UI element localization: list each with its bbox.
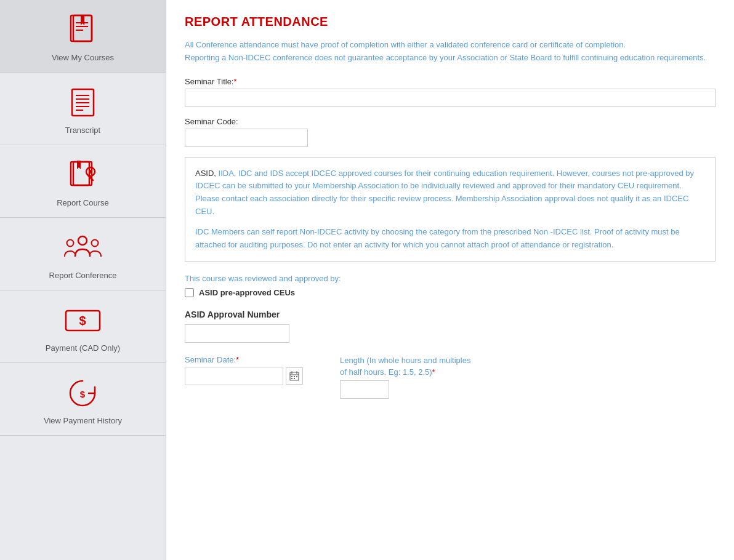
sidebar-item-view-payment-history[interactable]: $ View Payment History	[0, 363, 166, 436]
info-line2: Reporting a Non-IDCEC conference does no…	[185, 53, 706, 62]
seminar-title-label: Seminar Title:*	[185, 77, 716, 86]
conference-icon	[62, 229, 105, 266]
sidebar-item-payment-label: Payment (CAD Only)	[46, 343, 120, 353]
payment-history-icon: $	[62, 374, 105, 411]
asid-section: ASID Approval Number	[185, 310, 716, 343]
svg-rect-30	[291, 378, 292, 379]
seminar-title-input[interactable]	[185, 89, 716, 107]
sidebar-item-transcript-label: Transcript	[65, 126, 100, 135]
asid-checkbox[interactable]	[185, 288, 194, 297]
asid-checkbox-label[interactable]: ASID pre-approved CEUs	[185, 288, 716, 297]
seminar-date-label: Seminar Date:*	[185, 355, 303, 364]
main-content: REPORT ATTENDANCE All Conference attenda…	[166, 0, 734, 560]
sidebar-item-transcript[interactable]: Transcript	[0, 73, 166, 145]
asid-approval-number-input[interactable]	[185, 324, 289, 343]
svg-rect-27	[291, 376, 292, 377]
length-group: Length (In whole hours and multiples of …	[340, 355, 475, 398]
info-block: All Conference attendance must have proo…	[185, 39, 716, 65]
date-input-wrap	[185, 367, 303, 385]
info-box-para2: IDC Members can self report Non-IDCEC ac…	[195, 226, 705, 252]
sidebar-item-report-conference[interactable]: Report Conference	[0, 218, 166, 290]
svg-point-18	[67, 239, 74, 246]
payment-icon: $	[62, 302, 105, 338]
asid-approval-number-title: ASID Approval Number	[185, 310, 716, 319]
info-box-para1: ASID, IIDA, IDC and IDS accept IDCEC app…	[195, 167, 705, 218]
sidebar: View My Courses Transcript	[0, 0, 166, 560]
approval-section: This course was reviewed and approved by…	[185, 274, 716, 297]
sidebar-item-view-my-courses[interactable]: View My Courses	[0, 0, 166, 73]
calendar-button[interactable]	[286, 367, 303, 385]
seminar-code-group: Seminar Code:	[185, 117, 716, 147]
sidebar-item-report-course-label: Report Course	[57, 198, 109, 207]
transcript-icon	[62, 84, 105, 121]
info-box: ASID, IIDA, IDC and IDS accept IDCEC app…	[185, 157, 716, 262]
info-line1: All Conference attendance must have proo…	[185, 40, 626, 49]
svg-point-19	[92, 239, 99, 246]
sidebar-item-view-payment-history-label: View Payment History	[44, 416, 122, 425]
seminar-date-group: Seminar Date:*	[185, 355, 303, 385]
seminar-title-group: Seminar Title:*	[185, 77, 716, 107]
seminar-code-input[interactable]	[185, 129, 308, 147]
book-icon	[62, 11, 105, 48]
svg-rect-31	[294, 378, 295, 379]
reviewed-text: This course was reviewed and approved by…	[185, 274, 716, 283]
length-input[interactable]	[340, 380, 389, 399]
sidebar-item-view-my-courses-label: View My Courses	[52, 53, 114, 62]
sidebar-item-payment[interactable]: $ Payment (CAD Only)	[0, 290, 166, 363]
report-course-icon	[62, 156, 105, 193]
sidebar-item-report-course[interactable]: Report Course	[0, 145, 166, 218]
svg-text:$: $	[79, 314, 86, 327]
svg-rect-29	[296, 376, 297, 377]
svg-point-17	[78, 236, 87, 245]
seminar-date-input[interactable]	[185, 367, 283, 385]
page-title: REPORT ATTENDANCE	[185, 15, 716, 29]
svg-rect-28	[294, 376, 295, 377]
seminar-code-label: Seminar Code:	[185, 117, 716, 126]
date-length-row: Seminar Date:*	[185, 355, 716, 398]
svg-text:$: $	[80, 389, 86, 399]
length-label: Length (In whole hours and multiples of …	[340, 355, 475, 377]
sidebar-item-report-conference-label: Report Conference	[49, 271, 117, 280]
